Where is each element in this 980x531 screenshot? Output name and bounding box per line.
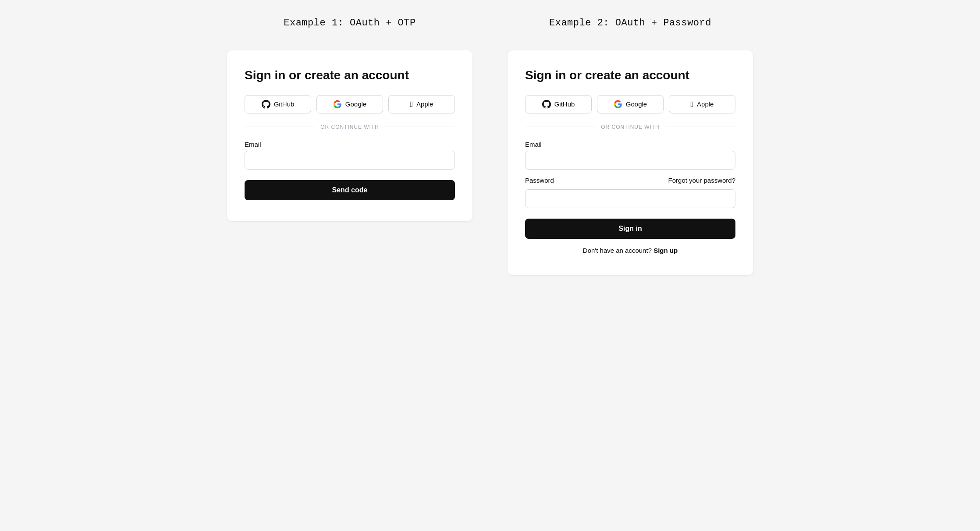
example1-email-label: Email xyxy=(245,141,455,148)
example1-heading: Sign in or create an account xyxy=(245,68,455,83)
example1-oauth-buttons: GitHub Google  Apple xyxy=(245,95,455,113)
example2-divider-text: OR CONTINUE WITH xyxy=(601,124,659,130)
example2-signup-text: Don't have an account? Sign up xyxy=(525,247,735,254)
example2-sign-in-button[interactable]: Sign in xyxy=(525,219,735,239)
example1-title: Example 1: OAuth + OTP xyxy=(227,18,472,28)
example2-google-button[interactable]: Google xyxy=(597,95,664,113)
example1-google-label: Google xyxy=(345,100,366,108)
example1-email-group: Email xyxy=(245,141,455,170)
github-icon-2 xyxy=(542,100,551,109)
page-container: Example 1: OAuth + OTP Sign in or create… xyxy=(183,18,797,275)
example1-github-label: GitHub xyxy=(274,100,295,108)
example2-email-label: Email xyxy=(525,141,735,148)
divider-line-right xyxy=(384,127,455,127)
example1-apple-button[interactable]:  Apple xyxy=(388,95,455,113)
example1-send-code-button[interactable]: Send code xyxy=(245,180,455,200)
example2-column: Example 2: OAuth + Password Sign in or c… xyxy=(508,18,753,275)
divider-line-left-2 xyxy=(525,127,596,127)
example2-github-button[interactable]: GitHub xyxy=(525,95,592,113)
divider-line-left xyxy=(245,127,315,127)
github-icon xyxy=(262,100,270,109)
google-icon-2 xyxy=(614,100,622,109)
example1-google-button[interactable]: Google xyxy=(316,95,383,113)
example2-google-label: Google xyxy=(626,100,647,108)
example2-password-label-row: Password Forgot your password? xyxy=(525,177,735,184)
example2-password-label: Password xyxy=(525,177,554,184)
example2-oauth-buttons: GitHub Google  Apple xyxy=(525,95,735,113)
example1-column: Example 1: OAuth + OTP Sign in or create… xyxy=(227,18,472,275)
example1-email-input[interactable] xyxy=(245,151,455,170)
example1-apple-label: Apple xyxy=(416,100,433,108)
example2-password-input[interactable] xyxy=(525,189,735,208)
apple-icon-2:  xyxy=(691,100,694,108)
example2-apple-label: Apple xyxy=(697,100,714,108)
example2-password-group: Password Forgot your password? xyxy=(525,177,735,208)
apple-icon:  xyxy=(410,100,413,108)
example2-email-group: Email xyxy=(525,141,735,170)
example2-signup-prompt: Don't have an account? xyxy=(583,247,652,254)
example2-form-card: Sign in or create an account GitHub xyxy=(508,50,753,275)
divider-line-right-2 xyxy=(665,127,735,127)
google-icon xyxy=(333,100,342,109)
example1-divider: OR CONTINUE WITH xyxy=(245,124,455,130)
example1-form-card: Sign in or create an account GitHub xyxy=(227,50,472,221)
example2-title: Example 2: OAuth + Password xyxy=(508,18,753,28)
example2-github-label: GitHub xyxy=(554,100,575,108)
example1-github-button[interactable]: GitHub xyxy=(245,95,311,113)
example2-email-input[interactable] xyxy=(525,151,735,170)
example2-forgot-link[interactable]: Forgot your password? xyxy=(668,177,735,184)
example2-signup-link[interactable]: Sign up xyxy=(653,247,678,254)
example1-divider-text: OR CONTINUE WITH xyxy=(320,124,379,130)
example2-heading: Sign in or create an account xyxy=(525,68,735,83)
example2-divider: OR CONTINUE WITH xyxy=(525,124,735,130)
example2-apple-button[interactable]:  Apple xyxy=(669,95,735,113)
